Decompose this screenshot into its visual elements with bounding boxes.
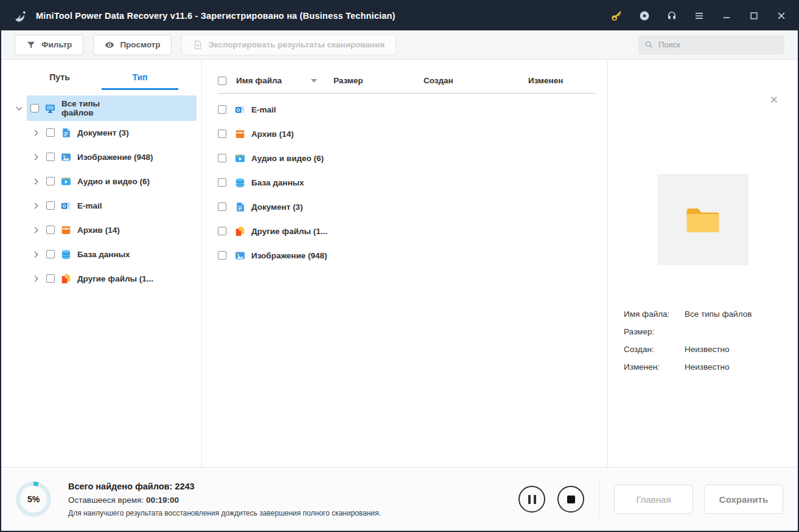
- files-found-count: 2243: [175, 482, 194, 491]
- save-button[interactable]: Сохранить: [704, 485, 783, 514]
- sort-desc-icon[interactable]: [311, 79, 317, 83]
- search-icon: [644, 40, 654, 49]
- tab-type[interactable]: Тип: [100, 67, 180, 90]
- list-header: Имя файла Размер Создан Изменен: [218, 68, 595, 94]
- detail-row-filename: Имя файла: Все типы файлов: [624, 309, 782, 320]
- tree-item-label: Другие файлы (1...: [77, 274, 153, 283]
- close-icon[interactable]: [776, 10, 787, 21]
- checkbox[interactable]: [218, 202, 226, 211]
- document-icon: [61, 128, 71, 138]
- preview-panel: ✕ Имя файла: Все типы файлов Размер: Соз…: [607, 60, 798, 467]
- all-types-icon: [45, 103, 55, 114]
- filter-funnel-icon: [26, 40, 36, 50]
- checkbox[interactable]: [46, 226, 55, 234]
- list-row-audio-video[interactable]: Аудио и видео (6): [218, 146, 595, 170]
- email-icon: [235, 105, 245, 115]
- file-list-panel: Имя файла Размер Создан Изменен E-mail А…: [202, 60, 607, 467]
- bootable-media-icon[interactable]: [639, 10, 650, 21]
- time-remaining-text: Оставшееся время: 00:19:00: [68, 496, 381, 505]
- tree-item-document[interactable]: Документ (3): [11, 120, 197, 145]
- chevron-down-icon[interactable]: [11, 107, 27, 109]
- checkbox[interactable]: [218, 227, 226, 235]
- checkbox[interactable]: [46, 153, 55, 161]
- export-icon: [193, 40, 203, 50]
- detail-label: Имя файла:: [624, 309, 685, 320]
- checkbox[interactable]: [46, 177, 55, 185]
- folder-icon: [685, 205, 720, 234]
- checkbox[interactable]: [218, 178, 226, 187]
- row-name: База данных: [251, 178, 304, 187]
- checkbox[interactable]: [218, 105, 226, 114]
- stop-button[interactable]: [557, 486, 584, 513]
- tree-item-email[interactable]: E-mail: [11, 193, 197, 218]
- list-row-image[interactable]: Изображение (948): [218, 243, 595, 268]
- tree-item-other-files[interactable]: Другие файлы (1...: [11, 266, 197, 291]
- tab-path[interactable]: Путь: [19, 67, 100, 90]
- row-name: E-mail: [251, 105, 276, 114]
- filter-button-label: Фильтр: [41, 40, 72, 49]
- preview-button-label: Просмотр: [120, 40, 160, 49]
- row-name: Изображение (948): [251, 251, 327, 260]
- audio-video-icon: [235, 153, 245, 164]
- search-input[interactable]: [658, 40, 778, 49]
- list-row-other-files[interactable]: Другие файлы (1...: [218, 219, 595, 243]
- list-row-document[interactable]: Документ (3): [218, 195, 595, 219]
- list-row-archive[interactable]: Архив (14): [218, 122, 595, 146]
- chevron-right-icon[interactable]: [27, 252, 43, 257]
- list-row-database[interactable]: База данных: [218, 170, 595, 195]
- titlebar-actions: [611, 10, 787, 22]
- minimize-icon[interactable]: [721, 10, 732, 21]
- checkbox[interactable]: [46, 201, 55, 210]
- support-headset-icon[interactable]: [666, 10, 677, 21]
- tree-item-image[interactable]: Изображение (948): [11, 145, 197, 169]
- maximize-icon[interactable]: [748, 10, 759, 21]
- export-scan-results-button[interactable]: Экспортировать результаты сканирования: [181, 35, 396, 55]
- preview-close-icon[interactable]: ✕: [770, 95, 778, 105]
- pause-button[interactable]: [518, 486, 545, 513]
- tree-item-audio-video[interactable]: Аудио и видео (6): [11, 169, 197, 193]
- database-icon: [61, 249, 71, 260]
- detail-label: Размер:: [624, 326, 685, 337]
- detail-value: Все типы файлов: [685, 309, 752, 320]
- filter-button[interactable]: Фильтр: [15, 35, 83, 55]
- chevron-right-icon[interactable]: [27, 204, 43, 208]
- checkbox[interactable]: [218, 130, 226, 138]
- home-button[interactable]: Главная: [614, 485, 693, 514]
- tree-item-archive[interactable]: Архив (14): [11, 218, 197, 242]
- archive-icon: [61, 225, 71, 235]
- license-key-icon[interactable]: [611, 10, 623, 22]
- checkbox[interactable]: [46, 128, 55, 137]
- other-files-icon: [235, 226, 245, 237]
- status-bar: 5% Всего найдено файлов: 2243 Оставшееся…: [1, 467, 798, 531]
- checkbox[interactable]: [30, 104, 39, 112]
- chevron-right-icon[interactable]: [27, 277, 43, 281]
- chevron-right-icon[interactable]: [27, 155, 43, 159]
- image-icon: [235, 250, 245, 261]
- checkbox[interactable]: [46, 250, 55, 258]
- row-name: Аудио и видео (6): [251, 154, 324, 163]
- preview-button[interactable]: Просмотр: [93, 35, 172, 55]
- tree-item-label: Аудио и видео (6): [77, 177, 150, 186]
- export-button-label: Экспортировать результаты сканирования: [208, 40, 385, 49]
- scan-progress-ring: 5%: [16, 482, 51, 517]
- checkbox[interactable]: [218, 251, 226, 260]
- list-row-email[interactable]: E-mail: [218, 97, 595, 122]
- chevron-right-icon[interactable]: [27, 131, 43, 135]
- main-area: Путь Тип Все типы файлов: [1, 60, 798, 467]
- tree-item-database[interactable]: База данных: [11, 242, 197, 266]
- chevron-right-icon[interactable]: [27, 179, 43, 184]
- status-text-block: Всего найдено файлов: 2243 Оставшееся вр…: [68, 482, 381, 517]
- menu-icon[interactable]: [694, 10, 705, 21]
- detail-row-created: Создан: Неизвестно: [624, 344, 782, 355]
- checkbox[interactable]: [46, 274, 55, 283]
- scan-controls: Главная Сохранить: [518, 480, 783, 518]
- checkbox[interactable]: [218, 154, 226, 162]
- tree-item-all-types[interactable]: Все типы файлов: [11, 96, 197, 120]
- toolbar: Фильтр Просмотр Экспортировать результат…: [1, 30, 798, 60]
- chevron-right-icon[interactable]: [27, 228, 43, 232]
- preview-thumbnail: [657, 174, 748, 265]
- time-remaining-value: 00:19:00: [146, 496, 179, 505]
- select-all-checkbox[interactable]: [218, 77, 226, 85]
- detail-value: Неизвестно: [685, 344, 729, 355]
- preview-eye-icon: [105, 40, 114, 50]
